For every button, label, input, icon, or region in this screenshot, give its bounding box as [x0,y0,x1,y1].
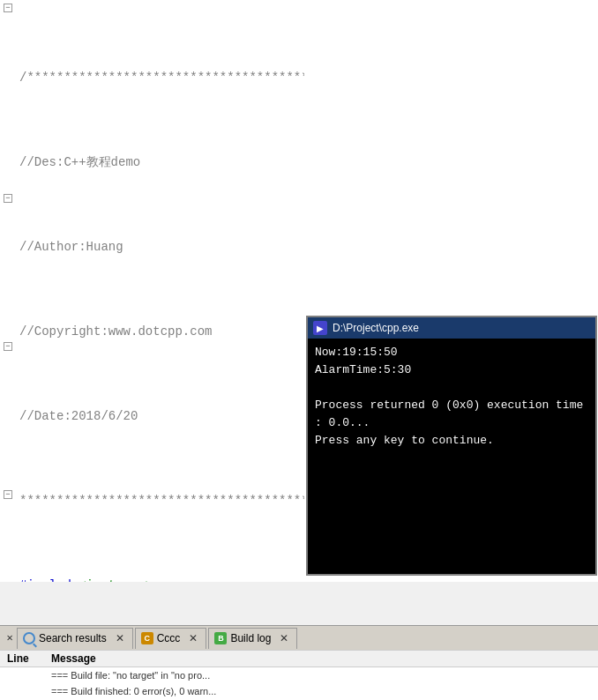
terminal-titlebar: ▶ D:\Project\cpp.exe [308,317,595,339]
code-panel[interactable]: − − − − /*******************************… [0,0,304,582]
code-content: /***************************************… [12,0,304,582]
fold-indicator-class[interactable]: − [4,194,12,203]
terminal-line-1: Now:19:15:50 [315,344,588,361]
editor-area: − − − − /*******************************… [0,0,598,582]
tab-cccc-label: Cccc [157,632,181,644]
tab-close-all[interactable]: ✕ [3,631,17,645]
tab-buildlog-label: Build log [230,632,271,644]
tab-search-results[interactable]: Search results ✕ [17,628,133,649]
fold-indicator-showtime[interactable]: − [4,490,12,499]
terminal-icon: ▶ [313,321,327,335]
terminal-title: D:\Project\cpp.exe [333,322,419,334]
tab-close-search[interactable]: ✕ [113,631,127,645]
message-row-1: === Build file: "no target" in "no pro..… [0,667,598,683]
message-row-2-text: === Build finished: 0 error(s), 0 warn..… [51,684,591,698]
message-row-2: === Build finished: 0 error(s), 0 warn..… [0,683,598,699]
terminal-line-5: Press any key to continue. [315,432,588,450]
terminal-line-3 [315,379,588,397]
tab-search-results-label: Search results [39,632,107,644]
fold-indicator-1[interactable]: − [4,4,12,12]
tab-buildlog[interactable]: B Build log ✕ [208,628,297,649]
search-icon [23,632,35,644]
cccc-icon: C [141,632,153,644]
tab-close-buildlog[interactable]: ✕ [277,631,291,645]
bottom-tabs: ✕ Search results ✕ C Cccc ✕ B Build log … [0,625,598,650]
terminal-line-2: AlarmTime:5:30 [315,361,588,379]
message-row-1-line [7,668,51,682]
col-header-line: Line [7,652,51,665]
terminal-content: Now:19:15:50 AlarmTime:5:30 Process retu… [308,339,595,455]
terminal-line-4: Process returned 0 (0x0) execution time … [315,397,588,432]
col-header-message: Message [51,652,591,665]
buildlog-icon: B [214,632,227,644]
tab-close-cccc[interactable]: ✕ [186,631,200,645]
message-panel: Line Message === Build file: "no target"… [0,650,598,700]
tab-cccc[interactable]: C Cccc ✕ [135,628,207,649]
terminal-window[interactable]: ▶ D:\Project\cpp.exe Now:19:15:50 AlarmT… [306,316,597,576]
fold-indicator-settime[interactable]: − [4,342,12,351]
message-row-2-line [7,684,51,698]
message-header: Line Message [0,651,598,667]
message-row-1-text: === Build file: "no target" in "no pro..… [51,668,591,682]
